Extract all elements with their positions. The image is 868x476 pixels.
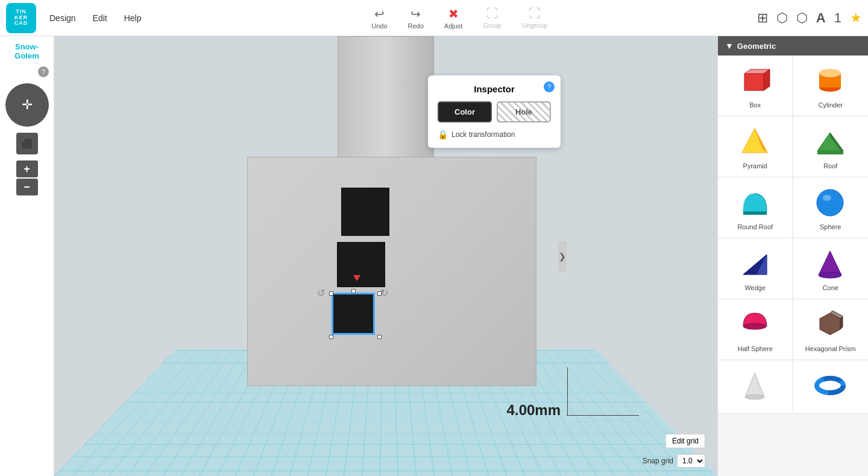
half-sphere-svg xyxy=(738,308,772,341)
hex-view-icon[interactable]: ⬡ xyxy=(796,10,808,26)
round-roof-icon-wrap xyxy=(737,185,773,221)
number-1-icon[interactable]: 1 xyxy=(834,10,841,26)
left-panel: Snow-Golem ? ✛ ⬛ + − xyxy=(0,36,54,476)
grid-view-icon[interactable]: ⊞ xyxy=(757,10,768,26)
red-marker xyxy=(353,275,360,281)
shape-roof[interactable]: Roof xyxy=(793,116,869,177)
redo-button[interactable]: ↪ Redo xyxy=(401,4,431,32)
half-sphere-icon-wrap xyxy=(737,306,773,343)
dimension-line-v xyxy=(567,367,568,416)
cone-white-icon-wrap xyxy=(737,367,773,404)
dimension-label: 4.00mm xyxy=(507,402,561,419)
inspector-help-button[interactable]: ? xyxy=(544,81,555,92)
inspector-title: Inspector xyxy=(438,84,551,94)
undo-label: Undo xyxy=(371,22,387,30)
torus-svg xyxy=(814,369,847,402)
right-panel-collapse-button[interactable]: ❯ xyxy=(558,241,567,271)
viewport[interactable]: ↺ ↻ 4.00mm ? Inspector Color Hole 🔒 xyxy=(54,36,717,476)
logo[interactable]: TIN KER CAD xyxy=(6,3,36,33)
shape-sphere[interactable]: Sphere xyxy=(793,177,869,238)
torus-icon-wrap xyxy=(813,367,849,404)
topbar: TIN KER CAD Design Edit Help ↩ Undo ↪ Re… xyxy=(0,0,868,36)
shape-torus[interactable] xyxy=(793,360,869,414)
shape-cone[interactable]: Cone xyxy=(793,238,869,299)
box-svg xyxy=(738,65,772,98)
group-button[interactable]: ⛶ Group xyxy=(476,4,509,31)
view-cube-button[interactable]: ⬛ xyxy=(16,133,38,154)
logo-text: TIN KER CAD xyxy=(14,9,28,27)
cone-label: Cone xyxy=(823,284,838,291)
group-icon: ⛶ xyxy=(486,7,498,21)
star-icon[interactable]: ★ xyxy=(850,10,862,26)
cylinder-label: Cylinder xyxy=(819,101,843,109)
cylinder-svg xyxy=(814,65,847,98)
dark-square-1 xyxy=(341,188,389,236)
ungroup-icon: ⛶ xyxy=(529,7,541,21)
inspector-buttons: Color Hole xyxy=(438,101,551,122)
main: Snow-Golem ? ✛ ⬛ + − xyxy=(0,36,868,476)
scale-handle-tr[interactable] xyxy=(377,291,382,296)
shape-pyramid[interactable]: Pyramid xyxy=(718,116,793,177)
zoom-controls: + − xyxy=(16,160,38,195)
hex-prism-icon-wrap xyxy=(813,306,849,343)
cube-view-icon[interactable]: ⬡ xyxy=(776,10,788,26)
zoom-out-button[interactable]: − xyxy=(16,179,38,195)
shape-cylinder[interactable]: Cylinder xyxy=(793,56,869,116)
svg-rect-11 xyxy=(743,212,767,215)
color-button[interactable]: Color xyxy=(438,101,492,122)
scale-handle-bl[interactable] xyxy=(329,335,333,339)
svg-marker-17 xyxy=(819,251,841,275)
dark-square-2 xyxy=(337,242,385,287)
undo-button[interactable]: ↩ Undo xyxy=(364,4,394,32)
snap-grid-label: Snap grid xyxy=(643,457,673,465)
nav-arrows-icon: ✛ xyxy=(22,97,33,113)
lock-label: Lock transformation xyxy=(451,130,515,139)
svg-point-24 xyxy=(745,395,764,399)
right-panel-header: ▼ Geometric xyxy=(718,36,868,56)
edit-grid-button[interactable]: Edit grid xyxy=(665,434,705,448)
round-roof-label: Round Roof xyxy=(737,223,773,230)
cone-white-svg xyxy=(738,369,772,402)
group-label: Group xyxy=(483,22,502,29)
wedge-svg xyxy=(738,247,772,281)
dark-square-3-selected[interactable] xyxy=(332,293,374,334)
svg-marker-23 xyxy=(745,373,764,397)
snap-grid-select[interactable]: 1.0 0.5 2.0 xyxy=(677,454,705,468)
shape-wedge[interactable]: Wedge xyxy=(718,238,793,299)
shape-hexagonal-prism[interactable]: Hexagonal Prism xyxy=(793,299,869,360)
undo-icon: ↩ xyxy=(374,7,385,21)
scale-handle-tc[interactable] xyxy=(351,289,356,293)
lock-transformation[interactable]: 🔒 Lock transformation xyxy=(438,130,551,139)
help-button[interactable]: ? xyxy=(38,66,49,77)
scale-handle-br[interactable] xyxy=(377,335,382,339)
shape-cone-white[interactable] xyxy=(718,360,793,414)
nav-control[interactable]: ✛ xyxy=(5,83,49,127)
zoom-in-button[interactable]: + xyxy=(16,160,38,177)
shape-round-roof[interactable]: Round Roof xyxy=(718,177,793,238)
svg-point-5 xyxy=(819,69,841,77)
hole-button[interactable]: Hole xyxy=(497,101,551,122)
roof-icon-wrap xyxy=(813,124,849,160)
roof-svg xyxy=(814,125,847,159)
toolbar-right: ⊞ ⬡ ⬡ A 1 ★ xyxy=(757,10,862,26)
nav-design[interactable]: Design xyxy=(41,8,84,28)
pyramid-svg xyxy=(738,125,772,159)
svg-point-12 xyxy=(817,189,843,216)
shape-box[interactable]: Box xyxy=(718,56,793,116)
svg-point-18 xyxy=(819,272,841,278)
shape-half-sphere[interactable]: Half Sphere xyxy=(718,299,793,360)
svg-rect-0 xyxy=(744,74,764,90)
box-label: Box xyxy=(749,101,761,109)
cone-icon-wrap xyxy=(813,246,849,282)
ungroup-button[interactable]: ⛶ Ungroup xyxy=(515,4,555,31)
redo-label: Redo xyxy=(408,22,424,30)
cylinder-icon-wrap xyxy=(813,63,849,99)
rotate-handle-left[interactable]: ↺ xyxy=(317,287,325,299)
letter-a-icon[interactable]: A xyxy=(816,10,826,26)
nav-help[interactable]: Help xyxy=(116,8,150,28)
nav-edit[interactable]: Edit xyxy=(84,8,116,28)
scale-handle-tl[interactable] xyxy=(329,291,333,296)
adjust-button[interactable]: ✖ Adjust xyxy=(437,4,470,32)
inspector-panel: ? Inspector Color Hole 🔒 Lock transforma… xyxy=(428,75,561,148)
hex-prism-label: Hexagonal Prism xyxy=(805,345,856,352)
